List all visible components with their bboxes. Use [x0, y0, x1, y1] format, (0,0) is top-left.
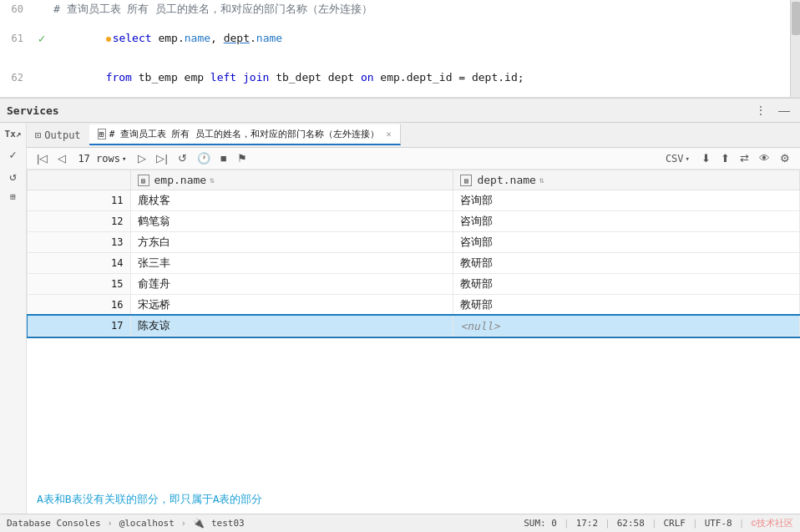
col-type-icon-1: ▤ — [138, 175, 149, 186]
main-content: ⊡ Output ⊞ # 查询员工表 所有 员工的姓名，和对应的部门名称（左外连… — [27, 123, 800, 514]
compare-button[interactable]: ⇄ — [737, 150, 752, 166]
annotation-text: A表和B表没有关联的部分，即只属于A表的部分 — [37, 493, 262, 505]
field-name-emp: name — [185, 32, 210, 44]
services-menu-button[interactable]: ⋮ — [752, 102, 770, 119]
emp-name-cell: 陈友谅 — [130, 316, 453, 337]
code-text — [236, 71, 243, 84]
table-row[interactable]: 13方东白咨询部 — [28, 232, 800, 253]
line-indicator-61: ✓ — [33, 32, 50, 45]
sep-5: | — [739, 518, 745, 529]
null-value: <null> — [460, 320, 499, 332]
annotation-area: A表和B表没有关联的部分，即只属于A表的部分 — [27, 485, 800, 514]
download-button[interactable]: ⬇ — [698, 150, 714, 166]
tab-result-label: # 查询员工表 所有 员工的姓名，和对应的部门名称（左外连接） — [109, 128, 380, 140]
line-num-61: 61 — [0, 33, 33, 44]
localhost-label[interactable]: @localhost — [119, 518, 175, 529]
keyword-join: join — [243, 71, 269, 84]
code-line-62: 62 from tb_emp emp left join tb_dept dep… — [0, 58, 800, 97]
sep-2: | — [605, 518, 610, 529]
line-content-60: # 查询员工表 所有 员工的姓名，和对应的部门名称（左外连接） — [50, 2, 800, 17]
sort-icon-1[interactable]: ⇅ — [210, 175, 215, 185]
table-row[interactable]: 17陈友谅<null> — [28, 316, 800, 337]
dept-name-cell: <null> — [453, 316, 800, 337]
row-num-cell: 17 — [28, 316, 131, 337]
csv-label: CSV — [666, 153, 684, 165]
table-scroll[interactable]: ▤ emp.name ⇅ ▤ dept.name ⇅ — [27, 170, 800, 485]
arrow-1: › — [108, 519, 113, 528]
code-text: tb_dept dept — [269, 71, 361, 84]
settings-button[interactable]: ⚙ — [777, 150, 793, 166]
status-bar: Database Consoles › @localhost › 🔌 test0… — [0, 514, 800, 532]
db-consoles-label[interactable]: Database Consoles — [7, 518, 101, 529]
table-row[interactable]: 11鹿杖客咨询部 — [28, 190, 800, 211]
position-label: 17:2 — [576, 518, 599, 529]
services-panel: Services ⋮ — Tx↗ ✓ ↺ ⊞ ⊡ Output — [0, 98, 800, 514]
sep-4: | — [692, 518, 698, 529]
sidebar-icon-refresh[interactable]: ↺ — [7, 167, 18, 185]
tab-bar: ⊡ Output ⊞ # 查询员工表 所有 员工的姓名，和对应的部门名称（左外连… — [27, 123, 800, 148]
table-row[interactable]: 16宋远桥教研部 — [28, 295, 800, 316]
line-content-61: select emp.name, dept.name — [50, 19, 800, 57]
history-button[interactable]: 🕐 — [194, 150, 214, 166]
sep-3: | — [651, 518, 657, 529]
last-page-button[interactable]: ▷| — [153, 150, 170, 166]
cursor-dot — [106, 37, 111, 42]
code-text: . — [250, 32, 256, 44]
sort-icon-2[interactable]: ⇅ — [539, 175, 544, 185]
emp-name-cell: 鹿杖客 — [130, 190, 453, 211]
csv-button[interactable]: CSV ▾ — [661, 151, 695, 166]
col-name-2: dept.name — [477, 174, 535, 186]
tab-result[interactable]: ⊞ # 查询员工表 所有 员工的姓名，和对应的部门名称（左外连接） ✕ — [89, 124, 401, 145]
first-page-button[interactable]: |◁ — [33, 150, 51, 166]
line-num-60: 60 — [0, 3, 33, 15]
tab-output-label: Output — [44, 129, 80, 141]
table-body: 11鹿杖客咨询部12鹤笔翁咨询部13方东白咨询部14张三丰教研部15俞莲舟教研部… — [28, 190, 800, 337]
prev-button[interactable]: ◁ — [54, 150, 69, 166]
field-name-dept: name — [256, 32, 282, 44]
sidebar-icon-check[interactable]: ✓ — [7, 145, 18, 164]
sum-label: SUM: 0 — [524, 518, 557, 529]
table-row[interactable]: 14张三丰教研部 — [28, 253, 800, 274]
tab-close-button[interactable]: ✕ — [386, 129, 392, 139]
chars-label: 62:58 — [617, 518, 645, 529]
reload-button[interactable]: ↺ — [175, 150, 190, 166]
code-text: , — [210, 32, 224, 44]
services-title: Services — [7, 104, 59, 117]
keyword-select: select — [113, 32, 152, 44]
sidebar-icon-tx[interactable]: Tx↗ — [3, 126, 24, 142]
table-row[interactable]: 15俞莲舟教研部 — [28, 274, 800, 295]
code-line-60: 60 # 查询员工表 所有 员工的姓名，和对应的部门名称（左外连接） — [0, 0, 800, 18]
sidebar-icon-grid[interactable]: ⊞ — [8, 189, 18, 205]
col-header-emp-name[interactable]: ▤ emp.name ⇅ — [130, 170, 453, 190]
stop-button[interactable]: ■ — [217, 150, 230, 166]
dept-name-cell: 教研部 — [453, 295, 800, 316]
col-header-dept-name[interactable]: ▤ dept.name ⇅ — [453, 170, 800, 190]
editor-scrollbar[interactable] — [790, 0, 800, 97]
next-button[interactable]: ▷ — [134, 150, 149, 166]
db-name-label[interactable]: test03 — [211, 518, 245, 529]
services-minimize-button[interactable]: — — [775, 102, 793, 119]
row-num-cell: 16 — [28, 295, 131, 316]
watermark-label: ©技术社区 — [751, 517, 793, 529]
emp-name-cell: 俞莲舟 — [130, 274, 453, 295]
services-body: Tx↗ ✓ ↺ ⊞ ⊡ Output ⊞ # 查询员工表 所有 员工的姓名，和对… — [0, 123, 800, 514]
rows-count-label: 17 rows — [78, 153, 120, 165]
table-row[interactable]: 12鹤笔翁咨询部 — [28, 211, 800, 232]
tab-output[interactable]: ⊡ Output — [27, 126, 89, 144]
csv-chevron-icon: ▾ — [686, 155, 690, 163]
dept-name-cell: 咨询部 — [453, 232, 800, 253]
bookmark-button[interactable]: ⚑ — [234, 150, 251, 166]
upload-button[interactable]: ⬆ — [717, 150, 733, 166]
dept-name-cell: 咨询部 — [453, 190, 800, 211]
scrollbar-thumb — [792, 2, 800, 35]
row-num-cell: 13 — [28, 232, 131, 253]
result-toolbar: |◁ ◁ 17 rows ▾ ▷ ▷| ↺ 🕐 ■ ⚑ CSV ▾ — [27, 148, 800, 170]
dept-name-cell: 咨询部 — [453, 211, 800, 232]
col-type-icon-2: ▤ — [460, 175, 472, 186]
output-icon: ⊡ — [35, 129, 41, 141]
emp-name-cell: 张三丰 — [130, 253, 453, 274]
rows-dropdown[interactable]: 17 rows ▾ — [78, 153, 126, 165]
emp-name-cell: 宋远桥 — [130, 295, 453, 316]
col-name-1: emp.name — [154, 174, 207, 186]
eye-button[interactable]: 👁 — [756, 150, 773, 166]
